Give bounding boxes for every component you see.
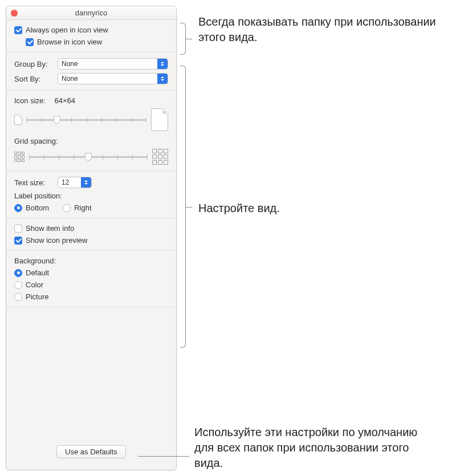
icon-size-label: Icon size: — [14, 96, 46, 105]
bg-default-label: Default — [26, 268, 49, 277]
browse-checkbox[interactable] — [26, 38, 34, 46]
bg-picture-radio[interactable] — [14, 293, 22, 301]
text-size-select[interactable]: 12 — [58, 177, 92, 188]
text-section: Text size: 12 Label position: Bottom Rig… — [6, 171, 176, 218]
annotation-top: Всегда показывать папку при использовани… — [198, 14, 438, 45]
grid-spacing-label: Grid spacing: — [14, 137, 58, 145]
group-by-select[interactable]: None — [58, 58, 168, 70]
grid-loose-icon — [152, 149, 168, 165]
bg-picture-label: Picture — [26, 292, 48, 301]
titlebar[interactable]: dannyrico — [6, 6, 176, 20]
info-section: Show item info Show icon preview — [6, 218, 176, 251]
always-open-label: Always open in icon view — [26, 26, 108, 34]
size-spacing-section: Icon size: 64×64 Grid spacing: — [6, 91, 176, 171]
close-icon[interactable] — [11, 10, 18, 17]
group-sort-section: Group By: None Sort By: None — [6, 52, 176, 91]
icon-size-slider[interactable] — [27, 115, 146, 125]
label-right-radio[interactable] — [63, 204, 71, 212]
view-options-window: dannyrico Always open in icon view Brows… — [6, 6, 177, 470]
grid-tight-icon — [14, 152, 25, 162]
annotation-bottom: Используйте эти настройки по умолчанию д… — [194, 425, 434, 471]
chevron-updown-icon — [157, 59, 168, 69]
show-icon-preview-label: Show icon preview — [26, 236, 87, 245]
bg-color-label: Color — [26, 280, 43, 289]
label-right-text: Right — [74, 204, 91, 212]
chevron-updown-icon — [81, 177, 91, 188]
sort-by-label: Sort By: — [14, 75, 54, 83]
grid-spacing-slider[interactable] — [29, 152, 148, 162]
show-item-info-label: Show item info — [26, 224, 74, 233]
background-section: Background: Default Color Picture — [6, 251, 176, 307]
group-by-label: Group By: — [14, 60, 54, 68]
use-as-defaults-button[interactable]: Use as Defaults — [56, 445, 126, 458]
window-title: dannyrico — [75, 9, 107, 17]
document-large-icon — [151, 108, 168, 131]
icon-size-value: 64×64 — [55, 96, 76, 105]
background-heading: Background: — [14, 257, 56, 265]
label-bottom-radio[interactable] — [14, 204, 22, 212]
browse-label: Browse in icon view — [37, 38, 102, 46]
view-mode-section: Always open in icon view Browse in icon … — [6, 20, 176, 52]
document-small-icon — [14, 115, 22, 125]
always-open-checkbox[interactable] — [14, 26, 22, 34]
show-item-info-checkbox[interactable] — [14, 225, 22, 233]
chevron-updown-icon — [157, 74, 168, 84]
label-position-label: Label position: — [14, 192, 62, 200]
callout-bracket-top — [180, 23, 186, 55]
annotation-mid: Настройте вид. — [198, 201, 280, 216]
text-size-label: Text size: — [14, 178, 54, 187]
label-bottom-text: Bottom — [26, 204, 49, 212]
bg-color-radio[interactable] — [14, 281, 22, 289]
show-icon-preview-checkbox[interactable] — [14, 237, 22, 245]
sort-by-select[interactable]: None — [58, 73, 168, 84]
callout-leader-bottom — [138, 456, 189, 457]
callout-bracket-mid — [180, 66, 186, 348]
bg-default-radio[interactable] — [14, 269, 22, 277]
